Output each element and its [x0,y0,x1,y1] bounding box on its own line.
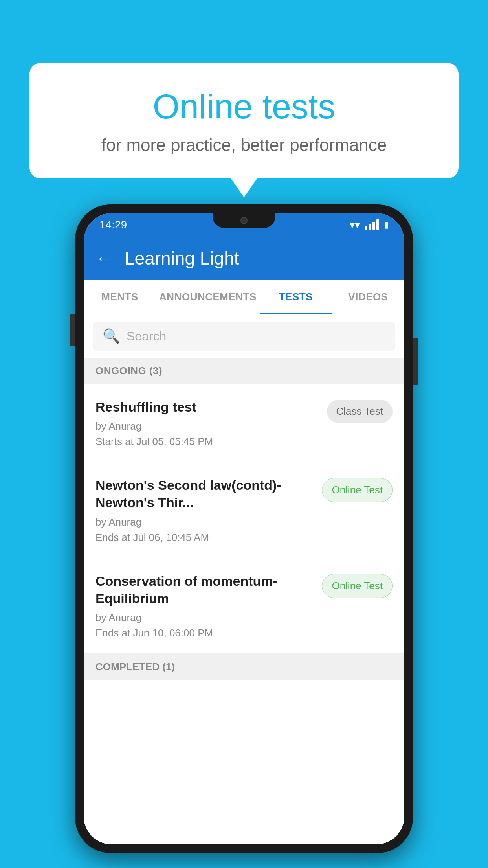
tab-announcements[interactable]: ANNOUNCEMENTS [156,280,260,314]
phone-outer-shell: 14:29 ▾▾ ▮ ← Lear [75,204,413,853]
test-badge-3: Online Test [322,574,393,598]
speech-bubble-box: Online tests for more practice, better p… [29,63,459,178]
search-input[interactable]: Search [127,329,166,344]
status-bar: 14:29 ▾▾ ▮ [84,213,404,237]
test-time-1: Starts at Jul 05, 05:45 PM [95,436,319,448]
app-bar-title: Learning Light [125,248,239,269]
front-camera [240,217,248,224]
test-item-1[interactable]: Reshuffling test by Anurag Starts at Jul… [84,384,404,462]
tab-tests[interactable]: TESTS [260,280,332,314]
test-info-2: Newton's Second law(contd)-Newton's Thir… [95,476,314,543]
tab-ments[interactable]: MENTS [84,280,156,314]
test-time-3: Ends at Jun 10, 06:00 PM [95,627,314,639]
test-item-2[interactable]: Newton's Second law(contd)-Newton's Thir… [84,462,404,558]
bubble-subtitle: for more practice, better performance [61,135,427,155]
test-list: Reshuffling test by Anurag Starts at Jul… [84,384,404,844]
test-item-3[interactable]: Conservation of momentum-Equilibrium by … [84,558,404,654]
content-area: 🔍 Search ONGOING (3) Reshuffling test by… [84,314,404,844]
test-name-2: Newton's Second law(contd)-Newton's Thir… [95,476,314,511]
tab-videos[interactable]: VIDEOS [332,280,404,314]
notch [213,213,275,228]
bubble-title: Online tests [61,86,427,127]
test-name-3: Conservation of momentum-Equilibrium [95,572,314,607]
completed-section-header: COMPLETED (1) [84,654,404,680]
test-info-3: Conservation of momentum-Equilibrium by … [95,572,314,639]
test-badge-1: Class Test [327,400,393,423]
test-name-1: Reshuffling test [95,398,319,416]
ongoing-section-header: ONGOING (3) [84,358,404,384]
tabs-bar: MENTS ANNOUNCEMENTS TESTS VIDEOS [84,280,404,314]
wifi-icon: ▾▾ [350,219,360,231]
test-by-3: by Anurag [95,612,314,624]
app-bar: ← Learning Light [84,237,404,280]
status-icons: ▾▾ ▮ [350,219,389,231]
back-button[interactable]: ← [95,248,113,268]
search-box[interactable]: 🔍 Search [93,322,395,351]
ongoing-section-title: ONGOING (3) [95,365,162,377]
search-icon: 🔍 [103,328,120,344]
test-time-2: Ends at Jul 06, 10:45 AM [95,531,314,544]
signal-icon [365,220,379,230]
speech-bubble: Online tests for more practice, better p… [29,63,459,178]
search-container: 🔍 Search [84,314,404,358]
test-by-2: by Anurag [95,516,314,528]
status-time: 14:29 [99,219,127,231]
completed-title: COMPLETED (1) [95,661,175,673]
phone-device: 14:29 ▾▾ ▮ ← Lear [75,204,413,853]
test-by-1: by Anurag [95,420,319,432]
test-info-1: Reshuffling test by Anurag Starts at Jul… [95,398,319,448]
battery-icon: ▮ [384,220,389,230]
phone-screen: 14:29 ▾▾ ▮ ← Lear [84,213,404,844]
test-badge-2: Online Test [322,478,393,502]
